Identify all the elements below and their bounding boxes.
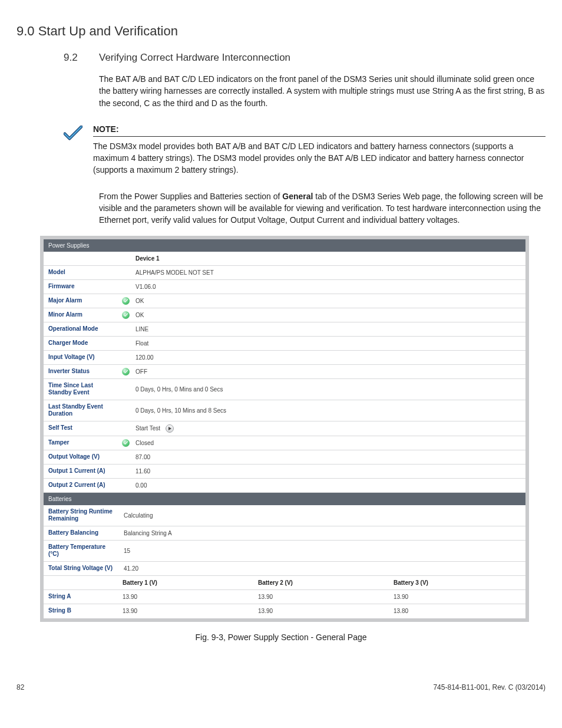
- value-op-mode: LINE: [132, 323, 525, 335]
- row-charger-mode: Charger Mode Float: [44, 337, 525, 351]
- row-input-voltage: Input Voltage (V) 120.00: [44, 351, 525, 365]
- row-total-string-voltage: Total String Voltage (V) 41.20: [44, 562, 525, 576]
- self-test-text: Start Test: [135, 424, 160, 431]
- row-inverter-status: Inverter Status OFF: [44, 365, 525, 379]
- ok-status-icon: [122, 297, 130, 305]
- col-battery2: Battery 2 (V): [254, 577, 390, 589]
- value-model: ALPHA/PS MODEL NOT SET: [132, 266, 525, 279]
- battery-columns-header: Battery 1 (V) Battery 2 (V) Battery 3 (V…: [44, 576, 525, 590]
- label-bat-temp: Battery Temperature (°C): [44, 541, 119, 561]
- document-id: 745-814-B11-001, Rev. C (03/2014): [433, 683, 546, 691]
- batteries-header: Batteries: [44, 493, 525, 505]
- embedded-screenshot: Power Supplies Device 1 Model ALPHA/PS M…: [40, 236, 529, 622]
- row-major-alarm: Major Alarm OK: [44, 294, 525, 308]
- string-a-v1: 13.90: [119, 591, 254, 603]
- col-battery1: Battery 1 (V): [119, 577, 254, 589]
- row-output2-current: Output 2 Current (A) 0.00: [44, 479, 525, 493]
- value-firmware: V1.06.0: [132, 281, 525, 293]
- label-inverter-status: Inverter Status: [44, 365, 119, 378]
- label-tsl-standby: Time Since Last Standby Event: [44, 379, 119, 400]
- row-output1-current: Output 1 Current (A) 11.60: [44, 465, 525, 479]
- label-out1-current: Output 1 Current (A): [44, 465, 119, 478]
- row-minor-alarm: Minor Alarm OK: [44, 308, 525, 322]
- string-b-v3: 13.80: [390, 605, 525, 617]
- value-output-voltage: 87.00: [132, 451, 525, 463]
- label-op-mode: Operational Mode: [44, 322, 119, 336]
- section-heading: 9.2 Verifying Correct Hardware Interconn…: [64, 52, 546, 64]
- label-charger-mode: Charger Mode: [44, 337, 119, 350]
- string-b-v2: 13.90: [254, 605, 390, 617]
- label-string-a: String A: [44, 590, 119, 604]
- label-major-alarm: Major Alarm: [44, 294, 119, 308]
- row-battery-temp: Battery Temperature (°C) 15: [44, 541, 525, 562]
- value-bat-balancing: Balancing String A: [119, 527, 525, 539]
- row-self-test: Self Test Start Test: [44, 421, 525, 436]
- value-input-voltage: 120.00: [132, 351, 525, 364]
- row-battery-balancing: Battery Balancing Balancing String A: [44, 526, 525, 541]
- ok-status-icon: [122, 439, 130, 447]
- value-self-test: Start Test: [132, 421, 525, 436]
- label-string-b: String B: [44, 604, 119, 618]
- value-out1-current: 11.60: [132, 465, 525, 477]
- ok-status-icon: [122, 311, 130, 319]
- device-header: Device 1: [132, 252, 525, 265]
- row-firmware: Firmware V1.06.0: [44, 280, 525, 294]
- row-battery-runtime: Battery String Runtime Remaining Calcula…: [44, 505, 525, 526]
- label-firmware: Firmware: [44, 280, 119, 294]
- label-bat-runtime: Battery String Runtime Remaining: [44, 505, 119, 526]
- string-b-v1: 13.90: [119, 605, 254, 617]
- paragraph-1: The BAT A/B and BAT C/D LED indicators o…: [99, 73, 546, 109]
- label-bat-balancing: Battery Balancing: [44, 526, 119, 540]
- row-tamper: Tamper Closed: [44, 436, 525, 450]
- row-time-since-standby: Time Since Last Standby Event 0 Days, 0 …: [44, 379, 525, 400]
- label-input-voltage: Input Voltage (V): [44, 351, 119, 364]
- label-minor-alarm: Minor Alarm: [44, 308, 119, 322]
- checkmark-icon: [64, 126, 82, 142]
- label-out2-current: Output 2 Current (A): [44, 479, 119, 492]
- row-string-a: String A 13.90 13.90 13.90: [44, 590, 525, 604]
- para2-a: From the Power Supplies and Batteries se…: [99, 192, 282, 201]
- value-inverter-status: OFF: [132, 365, 525, 378]
- value-total-string-v: 41.20: [119, 562, 525, 575]
- label-self-test: Self Test: [44, 421, 119, 435]
- page-number: 82: [16, 683, 24, 691]
- col-battery3: Battery 3 (V): [390, 577, 525, 589]
- ok-status-icon: [122, 368, 130, 375]
- value-minor-alarm: OK: [132, 309, 525, 321]
- figure-caption: Fig. 9-3, Power Supply Section - General…: [16, 633, 546, 642]
- row-op-mode: Operational Mode LINE: [44, 322, 525, 337]
- row-model: Model ALPHA/PS MODEL NOT SET: [44, 266, 525, 280]
- page-title: 9.0 Start Up and Verification: [16, 24, 546, 39]
- string-a-v2: 13.90: [254, 591, 390, 603]
- value-charger-mode: Float: [132, 337, 525, 350]
- note-label: NOTE:: [93, 124, 546, 137]
- section-number: 9.2: [64, 52, 99, 64]
- row-last-standby-duration: Last Standby Event Duration 0 Days, 0 Hr…: [44, 400, 525, 421]
- label-last-standby-dur: Last Standby Event Duration: [44, 400, 119, 421]
- start-test-button[interactable]: [166, 424, 174, 433]
- string-a-v3: 13.90: [390, 591, 525, 603]
- note-text: The DSM3x model provides both BAT A/B an…: [93, 140, 546, 176]
- power-supplies-header: Power Supplies: [44, 239, 525, 252]
- label-tamper: Tamper: [44, 436, 119, 450]
- row-string-b: String B 13.90 13.90 13.80: [44, 604, 525, 618]
- label-model: Model: [44, 266, 119, 279]
- value-tamper: Closed: [132, 437, 525, 449]
- paragraph-2: From the Power Supplies and Batteries se…: [99, 190, 546, 226]
- value-tsl-standby: 0 Days, 0 Hrs, 0 Mins and 0 Secs: [132, 383, 525, 396]
- value-bat-temp: 15: [119, 545, 525, 557]
- value-major-alarm: OK: [132, 295, 525, 307]
- note-block: NOTE: The DSM3x model provides both BAT …: [64, 124, 546, 176]
- section-title: Verifying Correct Hardware Interconnecti…: [99, 52, 290, 64]
- label-total-string-v: Total String Voltage (V): [44, 562, 119, 575]
- value-last-standby-dur: 0 Days, 0 Hrs, 10 Mins and 8 Secs: [132, 404, 525, 417]
- row-output-voltage: Output Voltage (V) 87.00: [44, 450, 525, 465]
- value-out2-current: 0.00: [132, 479, 525, 492]
- value-bat-runtime: Calculating: [119, 509, 525, 522]
- para2-bold: General: [282, 192, 313, 201]
- page-footer: 82 745-814-B11-001, Rev. C (03/2014): [16, 683, 546, 691]
- label-output-voltage: Output Voltage (V): [44, 450, 119, 464]
- device-header-row: Device 1: [44, 252, 525, 266]
